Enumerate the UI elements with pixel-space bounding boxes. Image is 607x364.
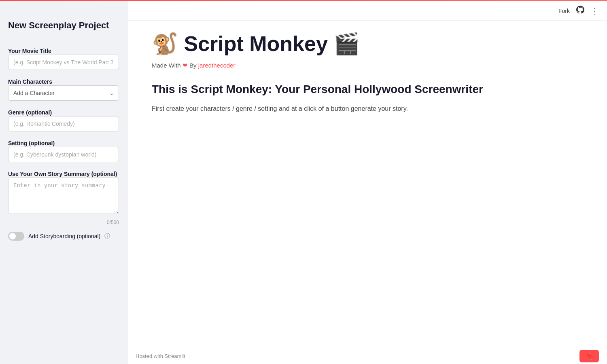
- movie-title-label: Your Movie Title: [8, 48, 51, 54]
- app-title: 🐒 Script Monkey 🎬: [152, 32, 583, 55]
- fork-link[interactable]: Fork: [558, 8, 570, 14]
- story-summary-textarea[interactable]: [8, 178, 119, 214]
- characters-select-wrapper: Add a Character ⌄: [8, 85, 119, 101]
- genre-input[interactable]: [8, 116, 119, 131]
- sidebar-divider: [8, 39, 119, 39]
- main-area: Fork ⋮ 🐒 Script Monkey 🎬 Made With ❤ By …: [127, 0, 607, 364]
- author-link[interactable]: jaredthecoder: [198, 62, 236, 69]
- movie-title-input[interactable]: [8, 55, 119, 70]
- made-with-prefix: Made With: [152, 62, 181, 69]
- header-nav: Fork ⋮: [127, 1, 607, 21]
- top-progress-bar: [0, 0, 607, 1]
- streamlit-logo-icon: 🎈: [585, 352, 593, 360]
- char-count: 0/500: [8, 220, 119, 225]
- storyboard-toggle[interactable]: [8, 232, 24, 241]
- github-icon[interactable]: [576, 6, 584, 16]
- description-title: This is Script Monkey: Your Personal Hol…: [152, 82, 583, 97]
- help-icon[interactable]: ⓘ: [104, 233, 110, 240]
- main-content: 🐒 Script Monkey 🎬 Made With ❤ By jaredth…: [127, 0, 607, 138]
- setting-input[interactable]: [8, 147, 119, 162]
- characters-select[interactable]: Add a Character: [8, 85, 119, 101]
- streamlit-button[interactable]: 🎈: [579, 350, 599, 362]
- description-text: First create your characters / genre / s…: [152, 104, 583, 114]
- genre-label: Genre (optional): [8, 109, 52, 116]
- streamlit-footer: Hosted with Streamlit 🎈: [127, 348, 607, 364]
- setting-label: Setting (optional): [8, 140, 55, 146]
- by-label: By: [189, 62, 197, 69]
- hosted-text: Hosted with Streamlit: [136, 353, 185, 359]
- story-summary-label: Use Your Own Story Summary (optional): [8, 171, 117, 177]
- made-with-line: Made With ❤ By jaredthecoder: [152, 62, 583, 69]
- menu-dots-icon[interactable]: ⋮: [591, 6, 599, 16]
- characters-label: Main Characters: [8, 78, 52, 85]
- storyboard-toggle-row: Add Storyboarding (optional) ⓘ: [8, 232, 119, 241]
- story-summary-wrapper: [8, 178, 119, 216]
- heart-icon: ❤: [183, 62, 189, 69]
- storyboard-label: Add Storyboarding (optional): [28, 233, 100, 239]
- sidebar-title: New Screenplay Project: [8, 20, 119, 31]
- sidebar: New Screenplay Project Your Movie Title …: [0, 0, 127, 364]
